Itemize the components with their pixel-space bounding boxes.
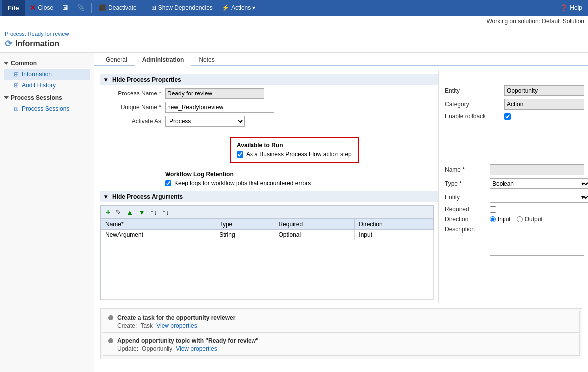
direction-input-radio[interactable] [490, 216, 496, 222]
sidebar-item-audit-history[interactable]: ⊞ Audit History [4, 80, 90, 91]
arg-entity-select[interactable] [490, 192, 588, 203]
sidebar-item-process-sessions[interactable]: ⊞ Process Sessions [4, 103, 90, 114]
actions-button[interactable]: ⚡ Actions ▾ [218, 2, 259, 13]
form-content: ▾ Hide Process Properties Process Name *… [94, 66, 588, 367]
task-header-1: Append opportunity topic with "Ready for… [108, 337, 574, 344]
toolbar: File ✕ Close 🖫 📎 ⬛ Deactivate ⊞ Show Dep… [0, 0, 588, 16]
content-area: General Administration Notes ▾ Hide Proc… [94, 53, 588, 372]
arg-name-label: Name * [445, 166, 490, 173]
sort-asc-button[interactable]: ↑↓ [149, 208, 159, 217]
task-item-0: Create a task for the opportunity review… [103, 311, 580, 333]
sidebar-common-section: Common ⊞ Information ⊞ Audit History [0, 57, 94, 92]
arg-description-label: Description [445, 226, 490, 233]
information-icon: ⊞ [14, 71, 19, 78]
chevron-down-icon-2 [4, 96, 9, 99]
tab-notes[interactable]: Notes [191, 53, 222, 66]
file-button[interactable]: File [2, 0, 25, 16]
task-view-properties-1[interactable]: View properties [176, 345, 217, 352]
attach-button[interactable]: 📎 [73, 2, 88, 13]
workflow-log-label: Keep logs for workflow jobs that encount… [174, 180, 311, 186]
col-required: Required [274, 219, 355, 230]
move-down-button[interactable]: ▼ [137, 208, 147, 217]
unique-name-row: Unique Name * [100, 102, 438, 113]
col-type: Type [215, 219, 274, 230]
arguments-section: + ✎ ▲ ▼ ↑↓ ↑↓ Name* Type [100, 205, 434, 300]
process-name-input[interactable] [165, 88, 264, 99]
category-row: Category [445, 99, 584, 110]
task-detail-1: Update: Opportunity View properties [108, 345, 574, 352]
sort-desc-button[interactable]: ↑↓ [161, 208, 170, 217]
task-bullet-1 [108, 338, 113, 343]
workflow-log-checkbox[interactable] [165, 180, 171, 186]
arg-name-field[interactable] [490, 164, 584, 175]
close-button[interactable]: ✕ Close [26, 2, 57, 14]
entity-input [504, 85, 584, 96]
direction-radio-group: Input Output [490, 216, 543, 223]
deactivate-icon: ⬛ [99, 4, 106, 11]
help-button[interactable]: ❓ Help [556, 2, 586, 13]
workflow-check-row: Keep logs for workflow jobs that encount… [104, 180, 438, 186]
direction-input-label: Input [490, 216, 511, 223]
actions-icon: ⚡ [222, 4, 229, 11]
audit-icon: ⊞ [14, 82, 19, 89]
sidebar-common-header: Common [4, 60, 90, 67]
arg-entity-label: Entity [445, 194, 490, 201]
direction-output-label: Output [517, 216, 543, 223]
bpf-checkbox[interactable] [237, 151, 243, 158]
deactivate-button[interactable]: ⬛ Deactivate [95, 2, 141, 13]
collapse-icon: ▾ [104, 76, 107, 83]
task-item-1: Append opportunity topic with "Ready for… [103, 334, 580, 356]
separator-2 [144, 3, 144, 13]
show-dependencies-button[interactable]: ⊞ Show Dependencies [147, 2, 217, 13]
category-input [504, 99, 584, 110]
process-icon: ⟳ [5, 38, 12, 49]
workflow-title: Workflow Log Retention [104, 171, 438, 178]
sidebar-item-information[interactable]: ⊞ Information [4, 69, 90, 80]
process-name-row: Process Name * [100, 88, 438, 99]
save-button[interactable]: 🖫 [58, 2, 72, 13]
workflow-log-section: Workflow Log Retention Keep logs for wor… [100, 171, 438, 186]
tab-general[interactable]: General [98, 53, 135, 66]
entity-row: Entity [445, 85, 584, 96]
arg-required-checkbox[interactable] [490, 206, 496, 213]
available-title: Available to Run [237, 142, 352, 149]
arguments-table: Name* Type Required Direction NewArgumen… [101, 219, 434, 300]
arg-description-textarea[interactable] [490, 226, 584, 256]
enable-rollback-row: Enable rollback [445, 113, 584, 120]
close-icon: ✕ [30, 4, 36, 12]
arg-type-select[interactable]: Boolean DateTime Decimal Entity EntityCo… [490, 178, 588, 189]
separator-1 [91, 3, 92, 13]
activate-as-select[interactable]: Process Process Template [165, 116, 245, 127]
dependencies-icon: ⊞ [151, 4, 156, 11]
arg-type-label: Type * [445, 180, 490, 187]
hide-process-properties-header[interactable]: ▾ Hide Process Properties [100, 74, 438, 85]
main-layout: Common ⊞ Information ⊞ Audit History Pro… [0, 53, 588, 372]
col-direction: Direction [355, 219, 434, 230]
task-title-1: Append opportunity topic with "Ready for… [117, 337, 259, 344]
edit-arg-button[interactable]: ✎ [114, 208, 123, 217]
tasks-section: Create a task for the opportunity review… [100, 308, 582, 359]
task-header-0: Create a task for the opportunity review… [108, 314, 574, 321]
argument-detail-panel: Name * Type * Boolean DateTime Deci [445, 160, 584, 256]
available-to-run-container: Available to Run As a Business Process F… [165, 134, 359, 166]
left-column: ▾ Hide Process Properties Process Name *… [100, 70, 438, 303]
activate-as-label: Activate As [100, 118, 165, 125]
hide-process-arguments-header[interactable]: ▾ Hide Process Arguments [100, 191, 438, 202]
task-detail-0: Create: Task View properties [108, 322, 574, 329]
enable-rollback-label: Enable rollback [445, 113, 504, 120]
unique-name-label: Unique Name * [100, 104, 165, 111]
arg-entity-row: Entity ▾ [445, 192, 584, 203]
sidebar-process-sessions-header: Process Sessions [4, 94, 90, 101]
unique-name-input[interactable] [165, 102, 274, 113]
arg-name-cell: NewArgument [101, 230, 215, 240]
task-view-properties-0[interactable]: View properties [156, 322, 197, 329]
tab-administration[interactable]: Administration [135, 53, 192, 66]
page-title: ⟳ Information [5, 38, 583, 49]
table-row[interactable]: NewArgument String Optional Input [101, 230, 434, 240]
move-up-button[interactable]: ▲ [125, 208, 135, 217]
arg-direction-label: Direction [445, 216, 490, 223]
enable-rollback-checkbox[interactable] [504, 113, 511, 120]
direction-output-radio[interactable] [517, 216, 523, 222]
add-arg-button[interactable]: + [104, 207, 112, 217]
collapse-icon-2: ▾ [104, 193, 107, 200]
